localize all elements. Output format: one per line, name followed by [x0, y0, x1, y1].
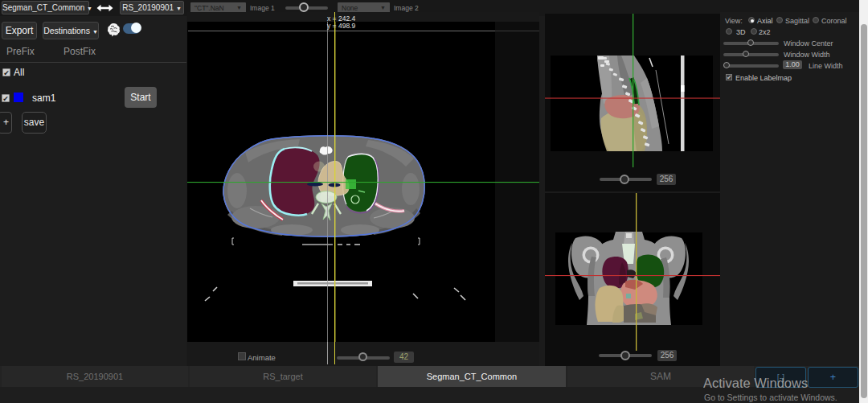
- svg-text:256: 256: [660, 175, 674, 183]
- svg-text:256: 256: [661, 351, 674, 360]
